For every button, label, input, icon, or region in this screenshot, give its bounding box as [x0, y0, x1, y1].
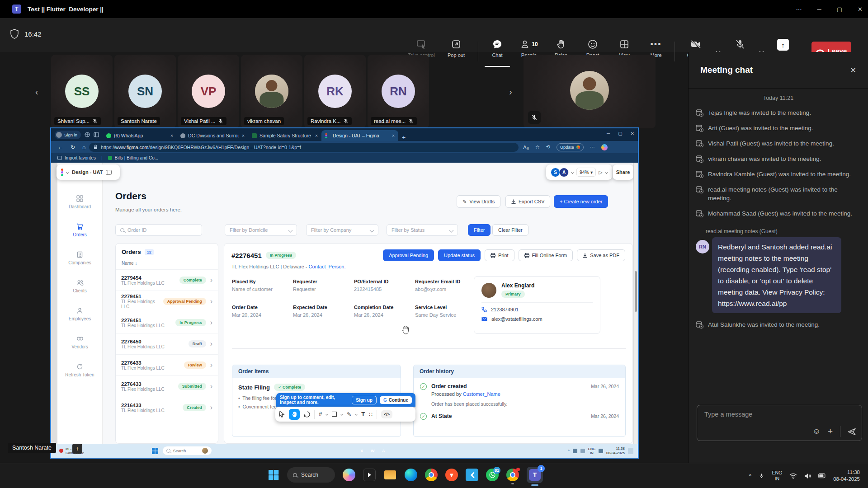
- browser-minimize-icon[interactable]: ─: [607, 131, 610, 136]
- workspaces-icon[interactable]: [85, 132, 90, 137]
- app-icon[interactable]: X: [358, 447, 366, 455]
- brave-icon[interactable]: ▼: [445, 469, 458, 481]
- browser-tab-figma-active[interactable]: Design - UAT – Figma×: [321, 130, 398, 141]
- app-icon[interactable]: [260, 447, 268, 455]
- shared-language-indicator[interactable]: ENGIN: [588, 447, 595, 455]
- browser-settings-icon[interactable]: ⋯: [590, 144, 595, 150]
- figma-menu-chevron[interactable]: [66, 170, 69, 174]
- edge-icon[interactable]: [405, 469, 417, 481]
- customer-name-link[interactable]: Customer_Name: [463, 391, 500, 397]
- app-icon[interactable]: [336, 447, 344, 455]
- titlebar-more-icon[interactable]: ⋯: [796, 6, 802, 13]
- browser-tab-excel[interactable]: Sample Salary Structure with calc×: [248, 130, 321, 141]
- hand-tool-active[interactable]: [289, 409, 300, 420]
- vscode-icon[interactable]: [466, 469, 478, 481]
- filter-domicile-dropdown[interactable]: Filter by Domicile: [225, 224, 297, 236]
- app-icon[interactable]: W: [369, 447, 377, 455]
- fill-online-form-button[interactable]: Fill Online Form: [519, 249, 573, 261]
- table-row[interactable]: 2216433 TL Flex Holdings LLC Created ›: [116, 397, 218, 418]
- app-icon[interactable]: [347, 447, 355, 455]
- tray-icon[interactable]: [573, 449, 577, 453]
- update-status-button[interactable]: Update status: [438, 249, 481, 261]
- teams-taskbar-icon[interactable]: T 1: [527, 467, 543, 483]
- whatsapp-icon[interactable]: 81: [486, 469, 499, 481]
- browser-maximize-icon[interactable]: ▢: [618, 131, 622, 136]
- chrome-icon[interactable]: [425, 469, 438, 481]
- table-row[interactable]: 2276450 TL Flex Holdings LLC Draft ›: [116, 333, 218, 354]
- battery-icon[interactable]: [818, 473, 826, 479]
- participant-tile[interactable]: SN Santosh Narate: [114, 55, 176, 128]
- close-button[interactable]: ✕: [858, 6, 863, 13]
- browser-tab-dc-divisions[interactable]: DC Divisions and Surroundings×: [177, 130, 248, 141]
- sign-up-button[interactable]: Sign up: [352, 396, 377, 404]
- language-indicator[interactable]: ENGIN: [772, 470, 782, 482]
- close-tab-icon[interactable]: ×: [170, 133, 173, 138]
- collaborators-chevron[interactable]: [571, 170, 574, 174]
- add-overlay-button[interactable]: +: [72, 444, 82, 454]
- participant-tile[interactable]: SS Shivani Sup...: [51, 55, 113, 128]
- new-tab-button[interactable]: +: [402, 134, 406, 141]
- present-chevron[interactable]: [605, 170, 608, 174]
- tray-icon[interactable]: [580, 449, 585, 453]
- attach-plus-icon[interactable]: +: [828, 427, 833, 436]
- bookmark-bills[interactable]: Bills | Billing and Co...: [115, 155, 159, 160]
- filter-status-dropdown[interactable]: Filter by Status: [387, 224, 458, 236]
- refresh-icon[interactable]: ↻: [71, 144, 75, 150]
- sidebar-item-companies[interactable]: Companies: [59, 251, 101, 272]
- contact-email[interactable]: alex@vstatefilings.com: [491, 316, 542, 322]
- browser-update-button[interactable]: Update: [557, 143, 584, 151]
- participant-tile[interactable]: RN read.ai mee...: [368, 55, 429, 128]
- hidden-icons-chevron[interactable]: ^: [749, 473, 751, 479]
- favorite-star-icon[interactable]: ☆: [535, 144, 540, 150]
- sidebar-item-clients[interactable]: Clients: [59, 279, 101, 300]
- pop-out-button[interactable]: Pop out: [441, 39, 471, 64]
- tray-mic-icon[interactable]: [759, 472, 764, 479]
- message-input[interactable]: Type a message ☺ +: [697, 405, 862, 441]
- scrollbar-track[interactable]: [634, 163, 637, 444]
- dev-mode-icon[interactable]: </>: [381, 410, 392, 418]
- pen-tool-icon[interactable]: ✎: [347, 411, 351, 418]
- export-csv-button[interactable]: Export CSV: [505, 195, 550, 208]
- sidebar-item-orders[interactable]: Orders: [59, 223, 101, 244]
- app-icon[interactable]: [315, 447, 322, 455]
- shared-search-box[interactable]: Search: [163, 446, 212, 455]
- collaborator-avatar[interactable]: S: [551, 168, 560, 177]
- app-icon[interactable]: [326, 447, 333, 455]
- move-tool-icon[interactable]: [279, 411, 285, 418]
- back-icon[interactable]: ←: [57, 144, 63, 150]
- wifi-icon[interactable]: [789, 473, 797, 479]
- import-favorites-label[interactable]: Import favorites: [65, 155, 96, 160]
- print-button[interactable]: Print: [485, 249, 514, 261]
- app-icon[interactable]: [217, 447, 225, 455]
- sidebar-item-refresh-token[interactable]: Refresh Token: [59, 363, 101, 385]
- sidebar-item-vendors[interactable]: Vendors: [59, 335, 101, 357]
- close-tab-icon[interactable]: ×: [392, 133, 395, 138]
- zoom-level[interactable]: 94% ▾: [576, 168, 596, 177]
- start-button-icon[interactable]: [152, 448, 158, 454]
- approval-pending-button[interactable]: Approval Pending: [383, 249, 434, 261]
- browser-tab-whatsapp[interactable]: (6) WhatsApp×: [103, 130, 177, 141]
- frame-tool-icon[interactable]: #: [319, 411, 322, 418]
- present-icon[interactable]: ▷: [599, 169, 602, 175]
- cursor-app-icon[interactable]: [363, 469, 376, 481]
- figma-doc-title[interactable]: Design - UAT: [72, 169, 103, 175]
- sidebar-item-dashboard[interactable]: Dashboard: [59, 195, 101, 216]
- taskbar-search[interactable]: Search: [287, 467, 335, 483]
- table-row[interactable]: 2279454 TL Flex Holdings LLC Complete ›: [116, 269, 218, 291]
- table-row[interactable]: 2276451 TL Flex Holdings LLC In Progress…: [116, 312, 218, 333]
- participant-tile[interactable]: vikram chavan: [241, 55, 302, 128]
- table-row[interactable]: 2279451 TL Flex Holdings LLC Approval Pe…: [116, 291, 218, 312]
- table-row[interactable]: 2276433 TL Flex Holdings LLC Review ›: [116, 354, 218, 375]
- copilot-icon[interactable]: [343, 469, 355, 481]
- text-tool-icon[interactable]: T: [361, 411, 365, 418]
- filter-company-dropdown[interactable]: Filter by Company: [306, 224, 378, 236]
- browser-close-icon[interactable]: ✕: [631, 131, 634, 136]
- comment-tool-icon[interactable]: [304, 411, 310, 418]
- url-field[interactable]: https://www.figma.com/design/9BKQ0FOHRWa…: [89, 143, 519, 152]
- app-icon[interactable]: [282, 447, 290, 455]
- save-as-pdf-button[interactable]: Save as PDF: [577, 249, 625, 261]
- sidebar-item-employees[interactable]: Employees: [59, 307, 101, 328]
- chrome-profile-icon[interactable]: [506, 469, 519, 481]
- filter-button[interactable]: Filter: [468, 224, 491, 236]
- app-icon[interactable]: [271, 447, 279, 455]
